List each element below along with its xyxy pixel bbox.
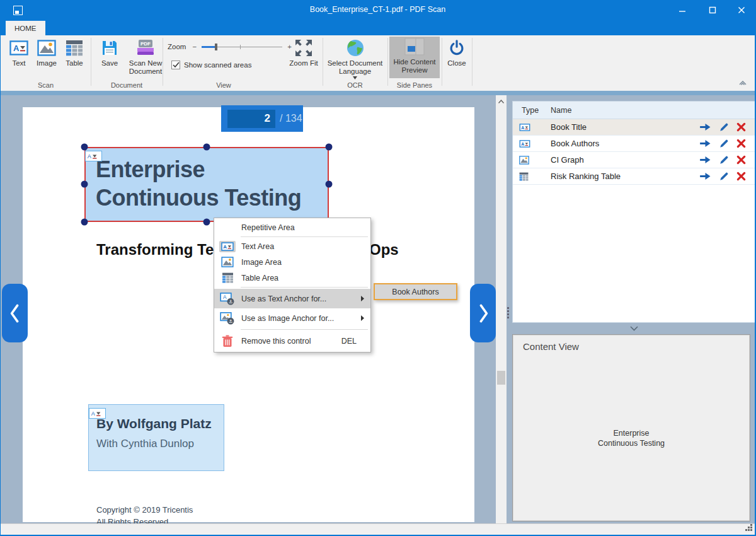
- chevron-right-icon: [476, 302, 490, 325]
- menu-item-image-area[interactable]: Image Area: [214, 254, 370, 270]
- submenu-arrow-icon: [361, 296, 364, 301]
- group-label-document: Document: [91, 81, 163, 89]
- maximize-button[interactable]: [703, 4, 722, 16]
- delete-control-button[interactable]: [736, 155, 746, 165]
- book-authors-line1: By Wolfgang Platz: [96, 416, 212, 431]
- selection-handle-nw[interactable]: [81, 144, 88, 151]
- text-area-button[interactable]: A Text: [6, 38, 32, 67]
- scanned-controls-panel: Type Name A Book Title A Book Authors: [512, 101, 755, 323]
- globe-icon: [346, 38, 365, 58]
- show-scanned-areas-checkbox[interactable]: Show scanned areas: [171, 61, 251, 69]
- save-button[interactable]: Save: [96, 38, 123, 67]
- column-header-type: Type: [513, 106, 551, 115]
- table-row-book-title[interactable]: A Book Title: [513, 119, 755, 136]
- ribbon-group-scan: A Text Image Table Scan: [1, 35, 91, 91]
- goto-control-button[interactable]: [699, 123, 711, 131]
- selection-handle-s[interactable]: [203, 219, 210, 226]
- ribbon-group-ocr: Select Document Language OCR: [323, 35, 387, 91]
- minimize-button[interactable]: [673, 4, 692, 16]
- collapse-ribbon-button[interactable]: [738, 77, 747, 88]
- checkbox-checked-icon: [171, 61, 180, 69]
- image-area-button[interactable]: Image: [33, 38, 60, 67]
- minimize-icon: [679, 6, 686, 14]
- content-view-splitter[interactable]: [512, 323, 755, 334]
- grid-header: Type Name: [513, 102, 755, 119]
- goto-control-button[interactable]: [699, 156, 711, 164]
- menu-item-remove-control[interactable]: Remove this control DEL: [214, 331, 370, 351]
- selection-handle-w[interactable]: [81, 181, 88, 188]
- hide-content-preview-button[interactable]: Hide Content Preview: [389, 37, 440, 78]
- delete-control-button[interactable]: [736, 172, 746, 181]
- svg-text:⚓: ⚓: [229, 299, 233, 305]
- group-label-scan: Scan: [1, 81, 91, 89]
- zoom-slider[interactable]: [202, 44, 282, 50]
- menu-item-text-area[interactable]: A Text Area: [214, 238, 370, 254]
- svg-text:A: A: [223, 244, 227, 250]
- edit-control-button[interactable]: [719, 155, 729, 165]
- menu-item-use-as-text-anchor[interactable]: A⚓ Use as Text Anchor for...: [214, 289, 370, 308]
- menu-item-table-area[interactable]: Table Area: [214, 270, 370, 286]
- image-anchor-icon: ⚓: [219, 312, 236, 325]
- next-page-button[interactable]: [470, 284, 496, 342]
- svg-text:A: A: [223, 294, 227, 300]
- selection-handle-e[interactable]: [326, 181, 333, 188]
- menu-item-use-as-image-anchor[interactable]: ⚓ Use as Image Anchor for...: [214, 308, 370, 328]
- select-document-language-button[interactable]: Select Document Language: [325, 38, 385, 79]
- selection-handle-ne[interactable]: [326, 144, 333, 151]
- goto-control-button[interactable]: [699, 139, 711, 148]
- tab-home[interactable]: HOME: [6, 21, 45, 35]
- vertical-scrollbar[interactable]: [496, 95, 507, 523]
- scroll-up-button[interactable]: [496, 97, 507, 106]
- group-label-side-panes: Side Panes: [387, 81, 442, 89]
- content-view-title: Content View: [523, 341, 579, 352]
- zoom-fit-button[interactable]: Zoom Fit: [287, 38, 320, 67]
- table-row-risk-ranking-table[interactable]: Risk Ranking Table: [513, 168, 755, 185]
- zoom-fit-icon: [294, 38, 314, 58]
- text-area-icon: A: [9, 38, 28, 58]
- scan-new-document-button[interactable]: PDF Scan New Document: [126, 38, 165, 76]
- status-bar: [1, 523, 755, 535]
- dropdown-caret-icon: [353, 76, 357, 79]
- resize-grip[interactable]: [745, 522, 752, 533]
- edit-control-button[interactable]: [719, 172, 729, 182]
- svg-text:A: A: [13, 44, 20, 53]
- menu-item-repetitive-area[interactable]: Repetitive Area: [214, 219, 370, 235]
- delete-control-button[interactable]: [736, 122, 746, 132]
- ribbon-tab-row: HOME: [1, 21, 755, 35]
- book-subtitle-left: Transforming Tes: [96, 241, 222, 259]
- table-row-book-authors[interactable]: A Book Authors: [513, 136, 755, 152]
- delete-control-button[interactable]: [736, 139, 746, 148]
- book-authors-line2: With Cynthia Dunlop: [96, 438, 194, 450]
- close-pane-button[interactable]: Close: [443, 38, 471, 67]
- goto-control-button[interactable]: [699, 172, 711, 180]
- selection-handle-sw[interactable]: [81, 219, 88, 226]
- image-area-icon: [37, 38, 56, 58]
- svg-text:A: A: [521, 125, 524, 129]
- selection-handle-n[interactable]: [203, 144, 210, 151]
- pdf-scan-icon: PDF: [135, 38, 156, 58]
- text-area-badge-icon[interactable]: A: [85, 151, 102, 161]
- text-anchor-icon: A⚓: [219, 293, 236, 305]
- svg-text:A: A: [521, 141, 524, 146]
- page-number-input[interactable]: 2: [227, 110, 275, 128]
- close-window-button[interactable]: [732, 4, 751, 16]
- title-bar: Book_Enterprise_CT-1.pdf - PDF Scan: [1, 0, 755, 21]
- book-subtitle-right: Ops: [369, 241, 399, 259]
- zoom-out-button[interactable]: −: [192, 43, 197, 50]
- edit-control-button[interactable]: [719, 122, 729, 132]
- submenu-item-book-authors[interactable]: Book Authors: [374, 283, 457, 300]
- svg-text:PDF: PDF: [140, 41, 151, 47]
- table-row-ci-graph[interactable]: CI Graph: [513, 152, 755, 168]
- zoom-slider-thumb[interactable]: [215, 44, 217, 50]
- table-area-button[interactable]: Table: [61, 38, 88, 67]
- panel-splitter-handle[interactable]: [507, 307, 510, 318]
- edit-control-button[interactable]: [719, 139, 729, 149]
- hide-content-preview-icon: [404, 37, 425, 57]
- chevron-down-icon: [630, 326, 638, 331]
- scrollbar-thumb[interactable]: [497, 371, 505, 385]
- svg-text:A: A: [88, 153, 92, 160]
- group-label-ocr: OCR: [323, 81, 387, 89]
- previous-page-button[interactable]: [2, 284, 28, 342]
- text-area-icon: A: [513, 124, 551, 131]
- ribbon-group-side-panes: Hide Content Preview Side Panes: [387, 35, 442, 91]
